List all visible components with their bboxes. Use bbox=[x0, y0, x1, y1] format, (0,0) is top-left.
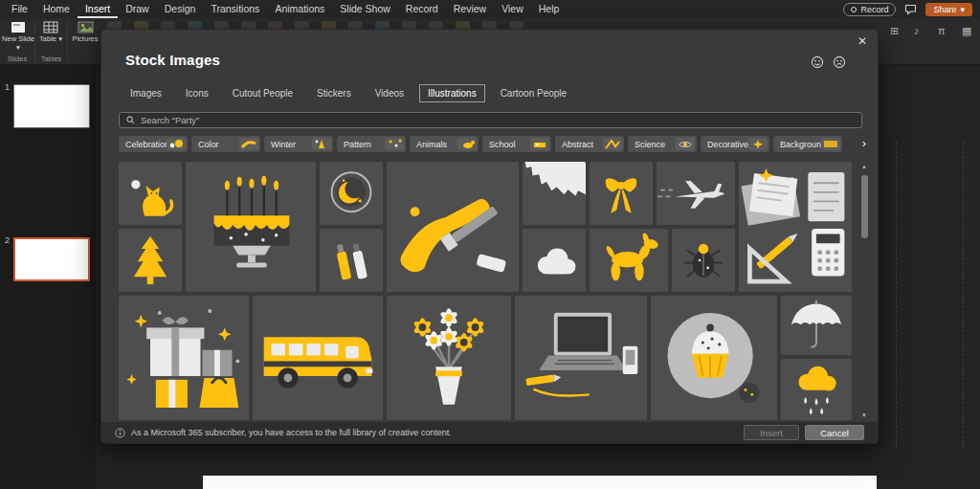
category-thumbnail bbox=[167, 138, 186, 150]
stock-illustration-airplane[interactable] bbox=[657, 162, 735, 225]
share-button[interactable]: Share ▾ bbox=[925, 3, 972, 16]
category-chip-color[interactable]: Color bbox=[191, 136, 260, 152]
illustration-grid bbox=[119, 162, 852, 420]
record-label: Record bbox=[860, 5, 888, 14]
slide-thumbnail-1[interactable] bbox=[13, 84, 90, 128]
category-chip-winter[interactable]: Winter bbox=[264, 136, 333, 152]
menu-insert[interactable]: Insert bbox=[78, 0, 118, 18]
tab-illustrations[interactable]: Illustrations bbox=[419, 84, 485, 102]
stock-illustration-markers[interactable] bbox=[320, 229, 383, 292]
category-thumbnail bbox=[385, 138, 404, 150]
category-chip-celebration[interactable]: Celebration bbox=[119, 136, 188, 152]
menu-slide-show[interactable]: Slide Show bbox=[332, 0, 398, 18]
chevron-right-icon[interactable]: › bbox=[862, 135, 866, 151]
ribbon-icon[interactable]: ♪ bbox=[914, 25, 920, 36]
slide-thumbnail-2[interactable] bbox=[13, 237, 90, 281]
stock-images-dialog: ✕ Stock Images Images Icons Cutout Peopl… bbox=[100, 29, 879, 444]
stock-illustration-balloon-dog[interactable] bbox=[590, 229, 668, 292]
stock-illustration-cloud[interactable] bbox=[523, 229, 586, 292]
record-button[interactable]: Record bbox=[843, 3, 896, 16]
tab-icons[interactable]: Icons bbox=[177, 84, 217, 102]
comments-button[interactable] bbox=[904, 4, 917, 15]
insert-button[interactable]: Insert bbox=[744, 425, 799, 440]
menu-animations[interactable]: Animations bbox=[267, 0, 332, 18]
stock-illustration-christmas-tree[interactable] bbox=[119, 229, 182, 292]
table-icon bbox=[43, 21, 58, 33]
menu-review[interactable]: Review bbox=[446, 0, 494, 18]
category-thumbnail bbox=[457, 138, 477, 150]
menu-file[interactable]: File bbox=[4, 0, 35, 18]
menu-help[interactable]: Help bbox=[531, 0, 568, 18]
canvas-guide bbox=[896, 142, 897, 448]
stock-illustration-flower-bouquet[interactable] bbox=[387, 296, 511, 420]
caret-down-icon: ▾ bbox=[960, 5, 965, 14]
category-chip-science[interactable]: Science bbox=[628, 136, 697, 152]
table-button[interactable]: Table ▾ bbox=[36, 21, 65, 44]
cancel-button[interactable]: Cancel bbox=[805, 425, 864, 440]
menu-design[interactable]: Design bbox=[157, 0, 204, 18]
stock-illustration-school-bus[interactable] bbox=[253, 296, 383, 420]
tab-videos[interactable]: Videos bbox=[367, 84, 412, 102]
ribbon-icon[interactable]: π bbox=[938, 25, 946, 36]
category-thumbnail bbox=[312, 138, 331, 150]
category-chip-decorative[interactable]: Decorative bbox=[701, 136, 769, 152]
slide-number: 2 bbox=[5, 235, 10, 245]
tab-images[interactable]: Images bbox=[122, 84, 170, 102]
menu-record[interactable]: Record bbox=[398, 0, 446, 18]
stock-illustration-paint-tools[interactable] bbox=[387, 162, 519, 292]
stock-illustration-cat[interactable] bbox=[119, 162, 182, 225]
menu-view[interactable]: View bbox=[494, 0, 531, 18]
new-slide-button[interactable]: New Slide ▾ bbox=[2, 21, 34, 52]
table-label: Table bbox=[39, 34, 56, 43]
dialog-footer: As a Microsoft 365 subscriber, you have … bbox=[101, 422, 878, 443]
category-chip-pattern[interactable]: Pattern bbox=[337, 136, 406, 152]
category-thumbnail bbox=[748, 138, 768, 150]
slide-surface[interactable] bbox=[203, 476, 877, 489]
menu-transitions[interactable]: Transitions bbox=[203, 0, 267, 18]
tab-cutout-people[interactable]: Cutout People bbox=[224, 84, 301, 102]
category-chip-abstract[interactable]: Abstract bbox=[555, 136, 624, 152]
stock-illustration-laptop-workspace[interactable] bbox=[515, 296, 647, 420]
category-chip-animals[interactable]: Animals bbox=[410, 136, 479, 152]
stock-illustration-beetle[interactable] bbox=[672, 229, 735, 292]
close-icon[interactable]: ✕ bbox=[858, 34, 867, 48]
stock-illustration-gift-boxes[interactable] bbox=[119, 296, 249, 420]
pictures-button[interactable]: Pictures bbox=[69, 21, 101, 44]
scroll-down-icon[interactable]: ▼ bbox=[859, 411, 869, 420]
ribbon-group-slides: Slides bbox=[0, 55, 34, 63]
pictures-label: Pictures bbox=[72, 34, 98, 43]
stock-illustration-moon[interactable] bbox=[320, 162, 383, 225]
stock-illustration-cupcake[interactable] bbox=[651, 296, 777, 420]
info-icon bbox=[115, 428, 125, 438]
search-input[interactable] bbox=[141, 115, 855, 125]
stock-illustration-gift-bow[interactable] bbox=[590, 162, 653, 225]
ribbon-icon[interactable]: ▦ bbox=[962, 25, 971, 37]
category-thumbnail bbox=[530, 138, 549, 150]
menu-home[interactable]: Home bbox=[35, 0, 78, 18]
stock-illustration-umbrella[interactable] bbox=[781, 296, 852, 355]
stock-illustration-birthday-cake[interactable] bbox=[186, 162, 316, 292]
feedback-frown-icon[interactable] bbox=[833, 56, 846, 69]
stock-illustration-rain-cloud[interactable] bbox=[781, 359, 852, 420]
subscription-note: As a Microsoft 365 subscriber, you have … bbox=[131, 428, 452, 437]
caret-down-icon: ▾ bbox=[58, 34, 62, 43]
menu-draw[interactable]: Draw bbox=[118, 0, 157, 18]
search-bar bbox=[119, 112, 862, 128]
feedback-smile-icon[interactable] bbox=[811, 56, 824, 69]
scrollbar-thumb[interactable] bbox=[861, 175, 868, 238]
menu-tabs: File Home Insert Draw Design Transitions… bbox=[0, 0, 567, 18]
category-chip-background[interactable]: Background bbox=[773, 136, 842, 152]
slide-thumbnail-panel: 1 2 bbox=[0, 65, 96, 489]
menu-bar: File Home Insert Draw Design Transitions… bbox=[0, 0, 980, 18]
tab-stickers[interactable]: Stickers bbox=[308, 84, 360, 102]
stock-illustration-desk-supplies[interactable] bbox=[739, 162, 852, 292]
ribbon-icon[interactable]: ⊞ bbox=[890, 25, 899, 37]
category-chip-school[interactable]: School bbox=[482, 136, 551, 152]
category-thumbnail bbox=[603, 138, 622, 150]
stock-illustration-torn-paper[interactable] bbox=[523, 162, 586, 225]
ribbon-separator bbox=[67, 21, 68, 62]
scroll-up-icon[interactable]: ▲ bbox=[859, 162, 869, 171]
tab-cartoon-people[interactable]: Cartoon People bbox=[492, 84, 576, 102]
dialog-title: Stock Images bbox=[125, 52, 220, 68]
speech-bubble-icon bbox=[904, 4, 917, 15]
